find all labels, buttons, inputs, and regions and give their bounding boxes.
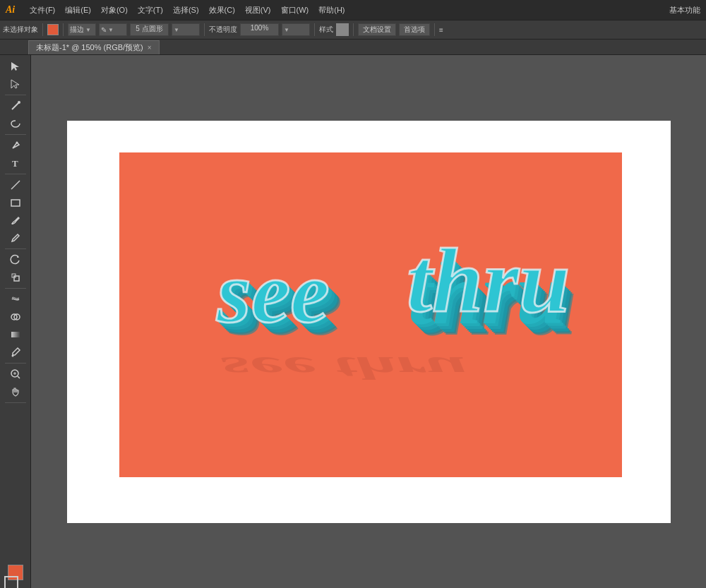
svg-rect-10 (11, 332, 20, 337)
toolbar-sep-5 (353, 23, 354, 36)
direct-select-tool[interactable] (3, 76, 28, 92)
svg-rect-6 (14, 276, 19, 281)
tool-sep-2 (5, 134, 26, 135)
brush-size-arrow: ▼ (174, 27, 179, 33)
fill-color-swatch[interactable] (47, 24, 59, 35)
svg-line-0 (12, 102, 19, 109)
opacity-label: 不透明度 (209, 25, 237, 35)
toolbar-sep-3 (204, 23, 205, 36)
title-bar-left: Ai 文件(F) 编辑(E) 对象(O) 文字(T) 选择(S) 效果(C) 视… (6, 4, 349, 17)
style-swatch[interactable] (336, 23, 349, 36)
paintbrush-tool[interactable] (3, 212, 28, 229)
tool-sep-1 (5, 95, 26, 95)
brush-dropdown[interactable]: 描边 ▼ (68, 23, 96, 36)
svg-text:see: see (216, 244, 330, 341)
app-logo: Ai (6, 4, 15, 16)
tool-sep-7 (5, 402, 26, 403)
fill-stroke-wrapper (6, 563, 25, 582)
hand-tool[interactable] (3, 383, 28, 400)
gradient-tool[interactable] (3, 326, 28, 343)
svg-point-2 (16, 142, 18, 144)
svg-rect-5 (11, 200, 20, 206)
svg-text:see thru: see thru (220, 349, 466, 387)
lasso-tool[interactable] (3, 115, 28, 132)
line-tool[interactable] (3, 176, 28, 193)
menu-effect[interactable]: 效果(C) (205, 4, 239, 17)
no-selection-label: 未选择对象 (3, 25, 38, 35)
menu-window[interactable]: 窗口(W) (277, 4, 313, 17)
svg-text:T: T (12, 158, 18, 169)
doc-setup-button[interactable]: 文档设置 (358, 23, 396, 36)
doc-tab-close[interactable]: × (148, 44, 152, 52)
doc-tab-title: 未标题-1* @ 150% (RGB/预览) (36, 42, 143, 53)
zoom-tool[interactable] (3, 366, 28, 383)
brush-size-dropdown[interactable]: ▼ (172, 23, 200, 36)
tools-panel: T (0, 55, 31, 588)
extra-icon: ≡ (439, 26, 443, 34)
tool-sep-5 (5, 288, 26, 289)
toolbar-sep-6 (434, 23, 435, 36)
tool-sep-4 (5, 248, 26, 249)
main-layout: T (0, 55, 706, 588)
toolbar-sep-2 (63, 23, 64, 36)
shape-builder-tool[interactable] (3, 308, 28, 325)
document-canvas: see thru see see see see see see see see (67, 121, 671, 523)
style-label: 样式 (319, 25, 333, 35)
preferences-button[interactable]: 首选项 (399, 23, 430, 36)
artwork-svg: see thru see see see see see see see see (119, 152, 622, 477)
brush-icon-dropdown[interactable]: ✎ ▼ (99, 23, 127, 36)
canvas-area[interactable]: see thru see see see see see see see see (31, 55, 706, 588)
svg-line-13 (18, 376, 20, 378)
menu-object[interactable]: 对象(O) (97, 4, 131, 17)
brush-label: 描边 (70, 25, 84, 35)
toolbar-sep-4 (314, 23, 315, 36)
opacity-input[interactable]: 100% (240, 23, 279, 36)
pencil-tool[interactable] (3, 229, 28, 246)
workspace-label: 基本功能 (669, 5, 700, 16)
svg-line-4 (11, 181, 20, 189)
brush-size-field[interactable]: 5 点圆形 (130, 23, 169, 36)
menu-view[interactable]: 视图(V) (241, 4, 275, 17)
eyedropper-tool[interactable] (3, 344, 28, 361)
selection-tool[interactable] (3, 58, 28, 75)
menu-edit[interactable]: 编辑(E) (61, 4, 95, 17)
svg-point-11 (11, 355, 13, 357)
brush-dropdown-arrow: ▼ (85, 27, 91, 33)
menu-select[interactable]: 选择(S) (169, 4, 203, 17)
pen-tool[interactable] (3, 137, 28, 154)
type-tool[interactable]: T (3, 155, 28, 172)
brush-icon-arrow: ▼ (108, 27, 114, 33)
artwork: see thru see see see see see see see see (119, 152, 622, 477)
stroke-box[interactable] (4, 576, 18, 588)
doc-tab-main[interactable]: 未标题-1* @ 150% (RGB/预览) × (28, 40, 160, 54)
brush-icon: ✎ (101, 26, 107, 34)
warp-tool[interactable] (3, 291, 28, 308)
menu-bar: 文件(F) 编辑(E) 对象(O) 文字(T) 选择(S) 效果(C) 视图(V… (26, 4, 348, 17)
svg-text:thru: thru (407, 229, 570, 331)
tool-sep-3 (5, 174, 26, 174)
svg-point-1 (18, 101, 20, 104)
menu-text[interactable]: 文字(T) (134, 4, 167, 17)
rectangle-tool[interactable] (3, 194, 28, 211)
scale-tool[interactable] (3, 269, 28, 286)
toolbar-sep-1 (42, 23, 43, 36)
magic-wand-tool[interactable] (3, 97, 28, 114)
tool-sep-6 (5, 363, 26, 364)
opacity-dropdown[interactable]: ▼ (282, 23, 310, 36)
menu-help[interactable]: 帮助(H) (315, 4, 348, 17)
tool-colors (6, 563, 25, 588)
title-bar: Ai 文件(F) 编辑(E) 对象(O) 文字(T) 选择(S) 效果(C) 视… (0, 0, 706, 20)
options-toolbar: 未选择对象 描边 ▼ ✎ ▼ 5 点圆形 ▼ 不透明度 100% ▼ 样式 文档… (0, 20, 706, 40)
rotate-tool[interactable] (3, 251, 28, 268)
document-tabs: 未标题-1* @ 150% (RGB/预览) × (0, 40, 706, 55)
menu-file[interactable]: 文件(F) (26, 4, 59, 17)
